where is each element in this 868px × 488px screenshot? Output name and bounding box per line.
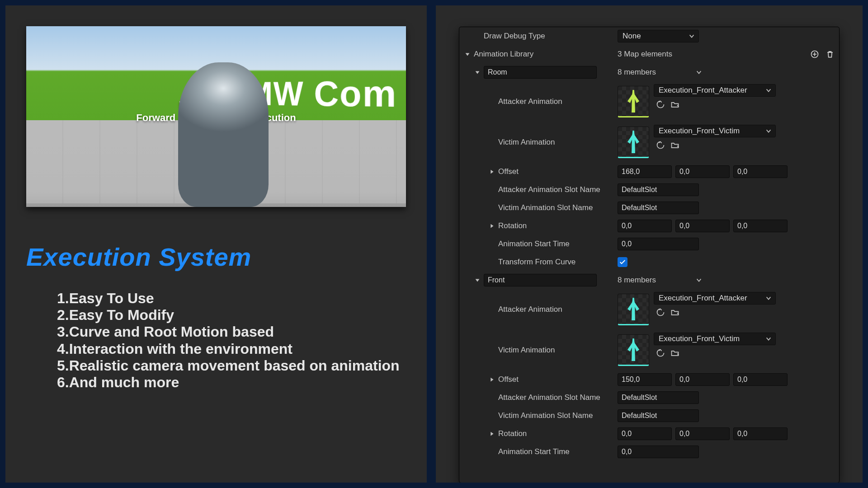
chevron-down-icon [689, 33, 695, 39]
draw-debug-dropdown[interactable]: None [618, 30, 699, 42]
chevron-down-icon [765, 87, 772, 94]
row-attacker-slot: Attacker Animation Slot Name [459, 389, 839, 407]
victim-slot-input[interactable] [618, 202, 699, 214]
attacker-slot-input[interactable] [618, 183, 699, 196]
rotation-x-input[interactable] [618, 220, 672, 232]
transform-curve-checkbox[interactable] [618, 257, 627, 267]
attacker-animation-label: Attacker Animation [498, 305, 562, 314]
feature-item: 1.Easy To Use [57, 291, 401, 306]
details-pane: Draw Debug Type None Animation Library 3… [436, 5, 863, 483]
attacker-slot-input[interactable] [618, 391, 699, 404]
attacker-anim-thumbnail[interactable] [618, 86, 649, 117]
chevron-down-icon[interactable] [696, 277, 702, 283]
attacker-anim-dropdown[interactable]: Execution_Front_Attacker [654, 84, 776, 97]
row-attacker-animation: Attacker Animation Execution_Front_Attac… [459, 81, 839, 122]
row-attacker-slot: Attacker Animation Slot Name [459, 181, 839, 199]
attacker-anim-dropdown[interactable]: Execution_Front_Attacker [654, 292, 776, 305]
chevron-down-icon [765, 295, 772, 301]
row-start-time: Animation Start Time [459, 443, 839, 461]
transform-curve-label: Transform From Curve [498, 258, 576, 267]
offset-label: Offset [498, 167, 519, 176]
anim-library-count: 3 Map elements [618, 50, 672, 59]
use-selected-asset-icon[interactable] [656, 348, 665, 358]
use-selected-asset-icon[interactable] [656, 140, 665, 150]
attacker-anim-thumbnail[interactable] [618, 294, 649, 325]
row-victim-animation: Victim Animation Execution_Front_Victim [459, 330, 839, 371]
entry-members-count: 8 members [618, 276, 656, 285]
property-panel: Draw Debug Type None Animation Library 3… [459, 27, 839, 483]
chevron-down-icon [765, 128, 772, 134]
character-mannequin [178, 62, 269, 207]
row-victim-slot: Victim Animation Slot Name [459, 199, 839, 217]
row-anim-library: Animation Library 3 Map elements [459, 45, 839, 63]
attacker-animation-label: Attacker Animation [498, 97, 562, 106]
victim-anim-dropdown[interactable]: Execution_Front_Victim [654, 333, 776, 345]
row-start-time: Animation Start Time [459, 235, 839, 253]
browse-to-asset-icon[interactable] [670, 348, 680, 358]
rotation-label: Rotation [498, 221, 527, 230]
victim-animation-label: Victim Animation [498, 138, 555, 147]
feature-list: 1.Easy To Use2.Easy To Modify3.Curve and… [57, 291, 401, 391]
start-time-label: Animation Start Time [498, 447, 570, 456]
row-offset: Offset [459, 371, 839, 389]
rotation-z-input[interactable] [733, 427, 788, 440]
expand-anim-library[interactable] [464, 51, 471, 58]
victim-anim-thumbnail[interactable] [618, 127, 649, 158]
row-offset: Offset [459, 163, 839, 181]
entry-key-input[interactable] [484, 66, 597, 79]
entry-key-input[interactable] [484, 274, 597, 286]
browse-to-asset-icon[interactable] [670, 140, 680, 150]
row-map-entry: 8 members [459, 63, 839, 81]
row-victim-animation: Victim Animation Execution_Front_Victim [459, 122, 839, 163]
chevron-down-icon[interactable] [696, 69, 702, 75]
feature-item: 4.Interaction with the environment [57, 341, 401, 357]
feature-item: 2.Easy To Modify [57, 307, 401, 323]
start-time-label: Animation Start Time [498, 239, 570, 249]
expand-entry[interactable] [474, 277, 481, 284]
page-title: Execution System [26, 242, 406, 272]
feature-item: 5.Realistic camera movement based on ani… [57, 358, 401, 374]
row-rotation: Rotation [459, 425, 839, 443]
clear-map-icon[interactable] [826, 50, 835, 59]
anim-library-label: Animation Library [474, 50, 533, 59]
expand-rotation[interactable] [488, 430, 495, 437]
row-draw-debug: Draw Debug Type None [459, 27, 839, 45]
chevron-down-icon [765, 336, 772, 342]
victim-anim-dropdown[interactable]: Execution_Front_Victim [654, 125, 776, 137]
offset-x-input[interactable] [618, 373, 672, 386]
offset-y-input[interactable] [675, 165, 730, 178]
attacker-slot-label: Attacker Animation Slot Name [498, 393, 600, 402]
expand-offset[interactable] [488, 168, 495, 175]
offset-y-input[interactable] [675, 373, 730, 386]
row-victim-slot: Victim Animation Slot Name [459, 407, 839, 425]
rotation-z-input[interactable] [733, 220, 788, 232]
add-map-element-icon[interactable] [810, 50, 819, 59]
rotation-y-input[interactable] [675, 220, 730, 232]
draw-debug-label: Draw Debug Type [484, 32, 545, 41]
victim-slot-input[interactable] [618, 409, 699, 422]
offset-z-input[interactable] [733, 165, 788, 178]
rotation-x-input[interactable] [618, 427, 672, 440]
rotation-label: Rotation [498, 429, 527, 438]
game-screenshot: MW Com LMB to Execute Forward and Backwa… [26, 26, 406, 207]
use-selected-asset-icon[interactable] [656, 307, 665, 317]
offset-z-input[interactable] [733, 373, 788, 386]
start-time-input[interactable] [618, 238, 699, 250]
use-selected-asset-icon[interactable] [656, 99, 665, 109]
browse-to-asset-icon[interactable] [670, 307, 680, 317]
expand-rotation[interactable] [488, 222, 495, 230]
promo-pane: MW Com LMB to Execute Forward and Backwa… [5, 5, 427, 483]
row-attacker-animation: Attacker Animation Execution_Front_Attac… [459, 289, 839, 330]
row-rotation: Rotation [459, 217, 839, 235]
victim-anim-thumbnail[interactable] [618, 334, 649, 366]
rotation-y-input[interactable] [675, 427, 730, 440]
victim-slot-label: Victim Animation Slot Name [498, 411, 593, 420]
offset-x-input[interactable] [618, 165, 672, 178]
expand-offset[interactable] [488, 376, 495, 383]
start-time-input[interactable] [618, 446, 699, 458]
feature-item: 3.Curve and Root Motion based [57, 324, 401, 340]
browse-to-asset-icon[interactable] [670, 99, 680, 109]
row-map-entry: 8 members [459, 271, 839, 289]
expand-entry[interactable] [474, 69, 481, 76]
victim-slot-label: Victim Animation Slot Name [498, 203, 593, 212]
